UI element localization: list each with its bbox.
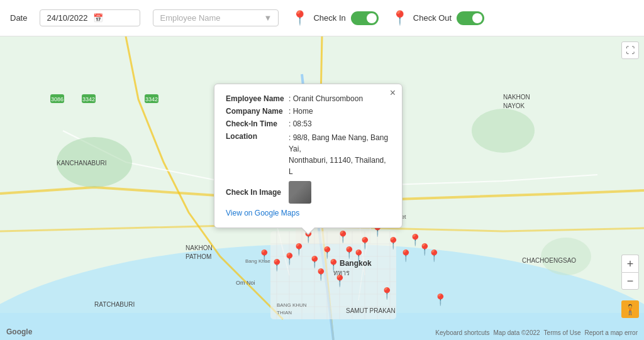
google-logo: Google [6, 327, 32, 336]
checkin-pin-4[interactable]: 📍 [336, 230, 350, 244]
checkin-pin-12[interactable]: 📍 [358, 236, 372, 250]
svg-text:BANG KHUN: BANG KHUN [277, 302, 307, 308]
keyboard-shortcuts[interactable]: Keyboard shortcuts [435, 329, 489, 336]
checkin-toggle-group: 📍 Check In [291, 11, 378, 25]
svg-text:KANCHANABURI: KANCHANABURI [57, 160, 106, 167]
checkin-pin-18[interactable]: 📍 [427, 249, 441, 263]
header: Date 24/10/2022 📅 Employee Name ▼ 📍 Chec… [0, 0, 644, 36]
popup-image-key: Check In Image [226, 188, 289, 197]
svg-point-7 [541, 238, 591, 275]
checkin-pin-11[interactable]: 📍 [314, 268, 328, 282]
popup-location-key: Location [226, 132, 289, 141]
popup-employee-key: Employee Name [226, 94, 289, 103]
checkin-pin-6[interactable]: 📍 [308, 255, 321, 269]
popup-employee-val: : Oranit Chursomboon [289, 94, 363, 103]
popup-location-val: : 98/8, Bang Mae Nang, Bang Yai, Nonthab… [289, 132, 391, 177]
close-button[interactable]: × [390, 88, 396, 98]
checkin-pin-22[interactable]: 📍 [380, 287, 394, 300]
checkin-pin-15[interactable]: 📍 [399, 249, 413, 263]
chevron-down-icon: ▼ [264, 13, 272, 23]
checkin-pin-20[interactable]: 📍 [257, 249, 271, 263]
calendar-icon: 📅 [93, 13, 103, 23]
fullscreen-button[interactable]: ⛶ [621, 41, 639, 59]
zoom-out-button[interactable]: − [621, 272, 639, 290]
checkin-pin-icon: 📍 [291, 11, 308, 25]
svg-text:3342: 3342 [82, 96, 95, 102]
popup-tail [302, 228, 314, 234]
checkin-pin-10[interactable]: 📍 [282, 252, 296, 266]
employee-placeholder: Employee Name [160, 13, 220, 23]
checkin-label: Check In [313, 13, 345, 23]
popup-checkintime-val: : 08:53 [289, 119, 312, 128]
popup-company-val: : Home [289, 107, 313, 116]
date-label: Date [10, 13, 27, 23]
checkin-pin-3[interactable]: 📍 [320, 246, 334, 260]
svg-text:Om Noi: Om Noi [236, 280, 255, 286]
report-error[interactable]: Report a map error [585, 329, 638, 336]
checkin-toggle[interactable] [351, 11, 379, 25]
map-footer: Keyboard shortcuts Map data ©2022 Terms … [435, 329, 638, 336]
checkin-pin-9[interactable]: 📍 [352, 249, 365, 263]
popup-company-row: Company Name : Home [226, 107, 391, 116]
checkout-pin-icon: 📍 [391, 11, 408, 25]
view-on-google-maps-link[interactable]: View on Google Maps [226, 209, 391, 217]
fullscreen-icon: ⛶ [626, 45, 635, 55]
svg-point-6 [472, 109, 535, 153]
map-container[interactable]: KANCHANABURI NAKHON PATHOM Bangkok ทหาร … [0, 36, 644, 340]
popup-employee-row: Employee Name : Oranit Chursomboon [226, 94, 391, 103]
employee-select[interactable]: Employee Name ▼ [153, 9, 279, 26]
svg-text:RATCHABURI: RATCHABURI [94, 301, 135, 308]
info-popup: × Employee Name : Oranit Chursomboon Com… [214, 84, 402, 228]
checkin-pin-21[interactable]: 📍 [333, 274, 347, 288]
svg-text:NAYOK: NAYOK [503, 102, 525, 109]
checkin-pin-23[interactable]: 📍 [433, 293, 447, 307]
svg-text:PATHOM: PATHOM [186, 253, 211, 260]
svg-text:3086: 3086 [51, 96, 64, 102]
popup-thumbnail [289, 181, 311, 204]
date-value: 24/10/2022 [47, 13, 87, 23]
checkout-toggle[interactable] [457, 11, 484, 25]
zoom-controls: + − [621, 255, 639, 290]
person-icon: 🧍 [624, 304, 636, 315]
popup-checkintime-key: Check-In Time [226, 119, 289, 128]
svg-text:NAKHON: NAKHON [503, 94, 530, 101]
date-input[interactable]: 24/10/2022 📅 [40, 9, 140, 26]
popup-checkintime-row: Check-In Time : 08:53 [226, 119, 391, 128]
checkin-pin-14[interactable]: 📍 [386, 236, 400, 250]
terms-of-use[interactable]: Terms of Use [544, 329, 581, 336]
street-view-button[interactable]: 🧍 [621, 300, 639, 318]
svg-text:THIAN: THIAN [277, 310, 292, 315]
checkin-pin-8[interactable]: 📍 [326, 258, 340, 272]
svg-text:3342: 3342 [145, 96, 158, 102]
map-data-label: Map data ©2022 [494, 329, 540, 336]
svg-text:CHACHOENGSAO: CHACHOENGSAO [522, 257, 576, 264]
svg-text:SAMUT PRAKAN: SAMUT PRAKAN [346, 307, 396, 314]
zoom-in-button[interactable]: + [621, 255, 639, 272]
checkout-label: Check Out [413, 13, 452, 23]
popup-company-key: Company Name [226, 107, 289, 116]
popup-location-row: Location : 98/8, Bang Mae Nang, Bang Yai… [226, 132, 391, 177]
checkout-toggle-group: 📍 Check Out [391, 11, 484, 25]
popup-image-row: Check In Image [226, 181, 391, 204]
svg-text:NAKHON: NAKHON [186, 244, 213, 251]
checkin-pin-19[interactable]: 📍 [270, 258, 284, 272]
